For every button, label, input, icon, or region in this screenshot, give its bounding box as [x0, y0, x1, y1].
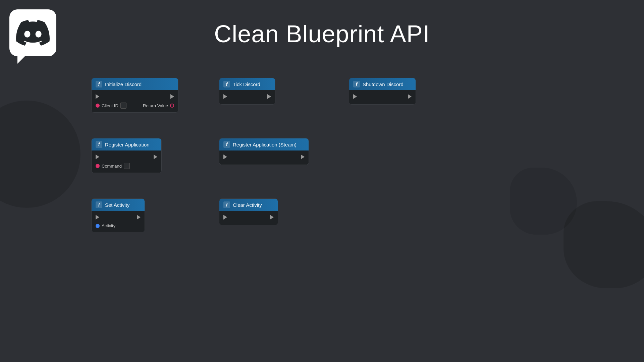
exec-in-pin — [96, 94, 99, 99]
node-tick-discord: f Tick Discord — [219, 78, 275, 105]
exec-row — [95, 93, 175, 100]
exec-out-pin — [170, 94, 174, 99]
node-register-steam-header: f Register Application (Steam) — [219, 138, 309, 150]
exec-out-pin — [301, 155, 305, 159]
node-register-app-body: Command — [92, 150, 161, 173]
exec-out-pin — [137, 215, 141, 220]
node-tick-discord-title: Tick Discord — [233, 81, 260, 87]
func-icon: f — [96, 141, 102, 148]
node-register-steam-body — [219, 150, 309, 165]
func-icon: f — [353, 81, 360, 87]
exec-in-pin — [96, 215, 99, 220]
activity-label: Activity — [102, 223, 115, 228]
node-set-activity-title: Set Activity — [105, 202, 129, 208]
client-id-row: Client ID Return Value — [95, 102, 175, 110]
node-clear-activity: f Clear Activity — [219, 198, 278, 225]
exec-in-pin — [223, 155, 227, 159]
node-shutdown-discord-body — [349, 90, 416, 104]
exec-row — [95, 153, 158, 161]
exec-row — [223, 214, 274, 221]
node-initialize-discord-title: Initialize Discord — [105, 81, 142, 87]
exec-out-pin — [270, 215, 274, 220]
return-value-pin — [170, 104, 174, 108]
exec-row — [95, 214, 141, 221]
page-title: Clean Blueprint API — [0, 20, 644, 48]
node-tick-discord-header: f Tick Discord — [219, 78, 275, 90]
node-register-steam-title: Register Application (Steam) — [233, 142, 297, 147]
node-shutdown-discord-title: Shutdown Discord — [363, 81, 404, 87]
exec-out-pin — [267, 94, 271, 99]
exec-in-pin — [96, 155, 99, 159]
command-input[interactable] — [124, 163, 130, 169]
func-icon: f — [96, 81, 102, 87]
bg-decoration-3 — [510, 168, 577, 235]
return-value-label: Return Value — [143, 103, 168, 108]
node-register-app-title: Register Application — [105, 142, 150, 147]
node-set-activity-header: f Set Activity — [92, 199, 145, 211]
node-set-activity: f Set Activity Activity — [91, 198, 145, 232]
command-row: Command — [95, 162, 158, 170]
node-initialize-discord: f Initialize Discord Client ID Return Va… — [91, 78, 178, 113]
func-icon: f — [223, 201, 230, 208]
node-register-application-steam: f Register Application (Steam) — [219, 138, 309, 165]
client-id-pin — [96, 104, 100, 108]
func-icon: f — [223, 81, 230, 87]
exec-row — [223, 93, 272, 100]
exec-in-pin — [353, 94, 357, 99]
exec-out-pin — [154, 155, 157, 159]
command-label: Command — [102, 164, 122, 169]
node-shutdown-discord-header: f Shutdown Discord — [349, 78, 416, 90]
activity-pin — [96, 224, 100, 228]
exec-in-pin — [223, 215, 227, 220]
node-initialize-discord-header: f Initialize Discord — [92, 78, 178, 90]
func-icon: f — [96, 201, 102, 208]
node-register-app-header: f Register Application — [92, 138, 161, 150]
bg-decoration-1 — [0, 101, 80, 208]
activity-row: Activity — [95, 222, 141, 229]
node-initialize-discord-body: Client ID Return Value — [92, 90, 178, 112]
node-shutdown-discord: f Shutdown Discord — [349, 78, 416, 105]
exec-in-pin — [223, 94, 227, 99]
node-set-activity-body: Activity — [92, 211, 145, 232]
bg-decoration-2 — [564, 201, 644, 288]
client-id-label: Client ID — [102, 103, 118, 108]
node-clear-activity-title: Clear Activity — [233, 202, 262, 208]
exec-out-pin — [408, 94, 412, 99]
client-id-input[interactable] — [120, 103, 126, 109]
func-icon: f — [223, 141, 230, 148]
node-tick-discord-body — [219, 90, 275, 104]
exec-row — [353, 93, 412, 100]
node-clear-activity-header: f Clear Activity — [219, 199, 278, 211]
node-register-application: f Register Application Command — [91, 138, 162, 173]
node-clear-activity-body — [219, 211, 278, 225]
command-pin — [96, 164, 100, 168]
exec-row — [223, 153, 305, 161]
